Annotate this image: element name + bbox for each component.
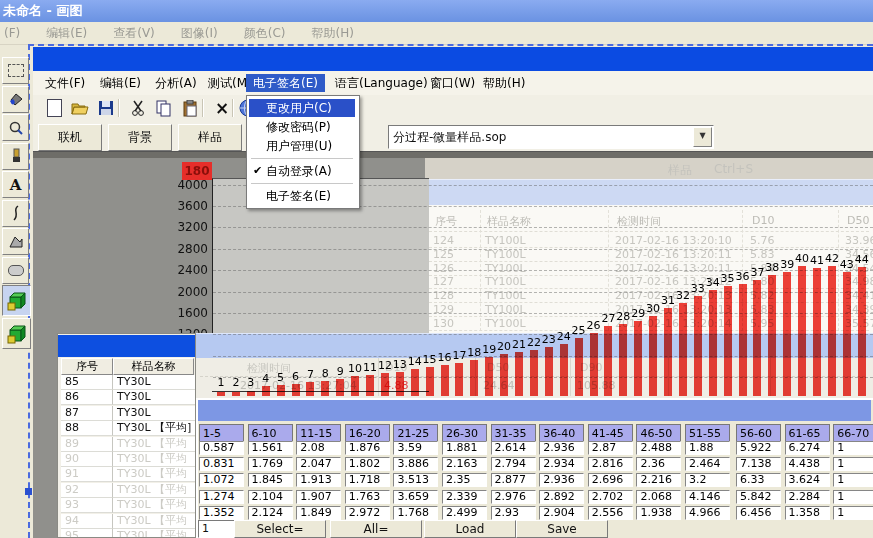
dist-cell[interactable]: 2.35 [442,473,487,487]
results-row-id[interactable]: 90 [61,452,113,467]
dist-cell[interactable]: 3.624 [785,473,830,487]
combobox-dropdown-icon[interactable]: ▼ [693,127,712,147]
dist-cell[interactable]: 2.104 [248,490,293,504]
command-button-联机[interactable]: 联机 [38,124,102,151]
app-menu-item-6[interactable]: 窗口(W) [423,74,482,92]
results-row-name[interactable]: TY30L [113,375,196,390]
dist-cell[interactable]: 1.88 [685,441,730,455]
tool-curve-tool-icon[interactable] [2,200,29,227]
results-row-id[interactable]: 87 [61,406,113,421]
paint-menu-item-4[interactable]: 颜色(C) [244,22,286,44]
dist-cell[interactable]: 5.842 [736,490,781,504]
menu-item-自动登录(A)[interactable]: 自动登录(A)✔ [249,162,355,180]
dist-cell[interactable]: 1.763 [345,490,390,504]
dist-cell[interactable]: 1.913 [296,473,341,487]
selection-marquee-top[interactable] [28,44,873,46]
dist-cell[interactable]: 2.464 [685,457,730,471]
tool-rounded-rect-tool-icon[interactable] [2,257,29,284]
toolbar-copy-icon[interactable] [154,98,174,118]
dist-cell[interactable]: 7.138 [736,457,781,471]
paint-title-bar[interactable]: 未命名 - 画图 [0,0,873,22]
dist-cell[interactable]: 1.358 [785,506,830,520]
dist-cell[interactable]: 2.36 [636,457,681,471]
dist-cell[interactable]: 4.438 [785,457,830,471]
command-button-样品[interactable]: 样品 [178,124,242,151]
distribution-window-title-band[interactable] [198,400,871,421]
dist-cell[interactable]: 2.068 [636,490,681,504]
dist-cell[interactable]: 2.696 [588,473,633,487]
tool-polygon-tool-icon[interactable] [2,228,29,255]
app-menu-item-7[interactable]: 帮助(H) [476,74,532,92]
dist-cell[interactable]: 2.702 [588,490,633,504]
dist-cell[interactable]: 4.966 [685,506,730,520]
dist-cell[interactable]: 1.352 [199,506,244,520]
toolbar-cut-icon[interactable] [128,98,148,118]
paint-menu-item-3[interactable]: 图像(I) [181,22,218,44]
results-row-id[interactable]: 92 [61,483,113,498]
dist-cell[interactable]: 1.274 [199,490,244,504]
dist-cell[interactable]: 6.456 [736,506,781,520]
dist-cell[interactable]: 3.659 [393,490,438,504]
results-row-id[interactable]: 93 [61,498,113,513]
dist-button-Select[interactable]: Select= [234,520,326,538]
results-row-id[interactable]: 95 [61,529,113,538]
dist-cell[interactable]: 2.556 [588,506,633,520]
dist-cell[interactable]: 3.886 [393,457,438,471]
dist-cell[interactable]: 2.936 [539,473,584,487]
dist-cell[interactable]: 2.614 [491,441,536,455]
dist-cell[interactable]: 6.33 [736,473,781,487]
dist-cell[interactable]: 6.274 [785,441,830,455]
dist-cell[interactable]: 2.794 [491,457,536,471]
dist-cell[interactable]: 1.561 [248,441,293,455]
dist-cell[interactable]: 2.488 [636,441,681,455]
dist-cell[interactable]: 1.907 [296,490,341,504]
dist-cell[interactable]: 2.904 [539,506,584,520]
results-row-name[interactable]: TY30L 【平均 [113,467,196,482]
dist-cell[interactable]: 3.59 [393,441,438,455]
results-row-id[interactable]: 91 [61,467,113,482]
results-row-name[interactable]: TY30L [113,390,196,405]
toolbar-new-file-icon[interactable] [44,98,64,118]
dist-cell[interactable]: 2.284 [785,490,830,504]
dist-cell[interactable]: 1 [833,506,873,520]
results-row-name[interactable]: TY30L 【平均 [113,437,196,452]
dist-cell[interactable]: 1.802 [345,457,390,471]
results-row-name[interactable]: TY30L 【平均 [113,498,196,513]
selection-handle[interactable] [25,488,32,495]
menu-item-修改密码(P)[interactable]: 修改密码(P) [249,118,355,136]
results-row-id[interactable]: 88 [61,421,113,436]
results-row-id[interactable]: 86 [61,390,113,405]
paint-menu-item-2[interactable]: 查看(V) [113,22,155,44]
paint-menu-item-0[interactable]: (F) [4,22,20,44]
sop-file-combobox[interactable]: 分过程-微量样品.sop ▼ [388,125,714,149]
dist-cell[interactable]: 1 [833,441,873,455]
tool-select-tool-icon[interactable] [2,57,29,84]
dist-cell[interactable]: 1 [833,457,873,471]
paint-menu-item-5[interactable]: 帮助(H) [311,22,353,44]
dist-cell[interactable]: 1.768 [393,506,438,520]
toolbar-paste-icon[interactable] [180,98,200,118]
dist-cell[interactable]: 2.936 [539,441,584,455]
dist-button-Load[interactable]: Load [424,520,516,538]
cube-tool-icon[interactable] [2,285,31,316]
dist-cell[interactable]: 2.216 [636,473,681,487]
results-row-name[interactable]: TY30L 【平均 [113,529,196,538]
dist-cell[interactable]: 2.816 [588,457,633,471]
dist-cell[interactable]: 1.849 [296,506,341,520]
command-button-背景[interactable]: 背景 [108,124,172,151]
menu-item-用户管理(U)[interactable]: 用户管理(U) [249,137,355,155]
dist-cell[interactable]: 2.163 [442,457,487,471]
dist-cell[interactable]: 2.892 [539,490,584,504]
toolbar-delete-icon[interactable]: × [212,98,232,118]
dist-cell[interactable]: 1 [833,490,873,504]
dist-cell[interactable]: 2.08 [296,441,341,455]
dist-cell[interactable]: 3.513 [393,473,438,487]
dist-cell[interactable]: 2.934 [539,457,584,471]
dist-cell[interactable]: 2.499 [442,506,487,520]
dist-cell[interactable]: 0.831 [199,457,244,471]
tool-text-tool-icon[interactable]: A [2,171,29,198]
results-row-id[interactable]: 85 [61,375,113,390]
dist-cell[interactable]: 1.769 [248,457,293,471]
dist-cell[interactable]: 0.587 [199,441,244,455]
tool-magnifier-tool-icon[interactable] [2,114,29,141]
